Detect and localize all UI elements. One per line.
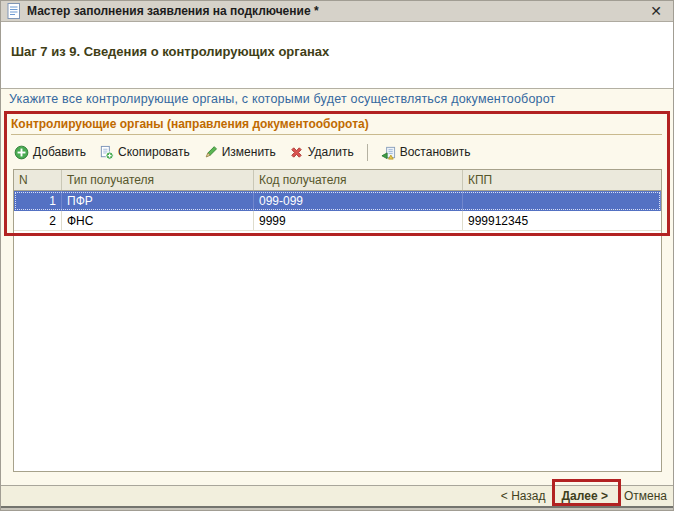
document-icon — [7, 3, 21, 19]
group-title-underline — [11, 134, 662, 135]
cell-type: ПФР — [62, 191, 254, 211]
cell-kpp — [463, 191, 661, 211]
table-row-selected[interactable]: 1 ПФР 099-099 — [14, 191, 661, 211]
copy-button[interactable]: Скопировать — [97, 144, 192, 161]
cell-code: 9999 — [254, 211, 463, 230]
copy-icon — [99, 145, 114, 160]
window-bottom-edge — [1, 506, 673, 511]
next-button[interactable]: Далее > — [558, 489, 612, 503]
title-bar: Мастер заполнения заявления на подключен… — [1, 1, 673, 22]
window-title: Мастер заполнения заявления на подключен… — [27, 4, 319, 18]
instruction-text: Укажите все контролирующие органы, с кот… — [9, 92, 556, 106]
column-header-kpp[interactable]: КПП — [463, 170, 661, 190]
wizard-window: Мастер заполнения заявления на подключен… — [0, 0, 674, 511]
cell-kpp: 999912345 — [463, 211, 661, 230]
cell-type: ФНС — [62, 211, 254, 230]
table-row[interactable]: 2 ФНС 9999 999912345 — [14, 211, 661, 231]
edit-label: Изменить — [222, 145, 276, 159]
delete-label: Удалить — [308, 145, 354, 159]
edit-icon — [203, 145, 218, 160]
footer-bar: < Назад Далее > Отмена — [1, 485, 673, 506]
restore-button[interactable]: Востановить — [379, 144, 473, 161]
cell-n: 2 — [14, 211, 62, 230]
edit-button[interactable]: Изменить — [201, 144, 278, 161]
close-icon[interactable]: ✕ — [647, 2, 665, 20]
delete-button[interactable]: Удалить — [287, 144, 356, 161]
add-label: Добавить — [33, 145, 86, 159]
table-toolbar: Добавить Скопировать Изменить — [12, 140, 659, 164]
restore-label: Востановить — [400, 145, 471, 159]
add-icon — [14, 145, 29, 160]
step-heading: Шаг 7 из 9. Сведения о контролирующих ор… — [11, 44, 329, 59]
toolbar-separator — [367, 144, 368, 161]
recipients-table: N Тип получателя Код получателя КПП 1 ПФ… — [13, 169, 662, 472]
copy-label: Скопировать — [118, 145, 190, 159]
table-header-row: N Тип получателя Код получателя КПП — [14, 170, 661, 191]
back-button[interactable]: < Назад — [501, 489, 546, 503]
column-header-n[interactable]: N — [14, 170, 62, 190]
cell-code: 099-099 — [254, 191, 463, 211]
column-header-type[interactable]: Тип получателя — [62, 170, 254, 190]
group-title: Контролирующие органы (направления докум… — [11, 117, 369, 131]
cancel-button[interactable]: Отмена — [624, 489, 667, 503]
add-button[interactable]: Добавить — [12, 144, 88, 161]
column-header-code[interactable]: Код получателя — [254, 170, 463, 190]
restore-icon — [381, 145, 396, 160]
step-heading-panel: Шаг 7 из 9. Сведения о контролирующих ор… — [1, 22, 673, 89]
delete-icon — [289, 145, 304, 160]
cell-n: 1 — [14, 191, 62, 211]
